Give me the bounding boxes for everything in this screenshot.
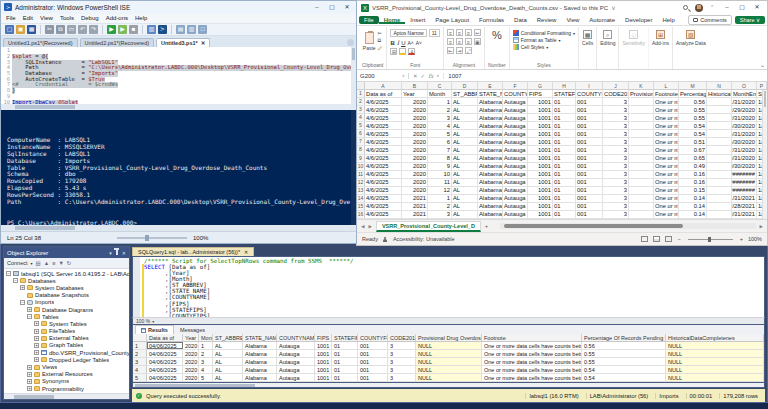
cell[interactable]: Autauga: [503, 155, 528, 162]
results-cell[interactable]: 2: [133, 350, 147, 357]
tab-overflow-icon[interactable]: [347, 39, 354, 46]
copy-icon[interactable]: ⧉: [378, 37, 383, 44]
cell[interactable]: 4/30/2020: [732, 122, 757, 129]
font-name-select[interactable]: Aptos Narrow: [390, 29, 426, 37]
ribbon-tab-page-layout[interactable]: Page Layout: [430, 16, 474, 24]
cell[interactable]: 1001: [528, 106, 553, 113]
cell[interactable]: 01: [553, 195, 576, 202]
results-cell[interactable]: Autauga: [277, 366, 315, 373]
cell[interactable]: 11: [428, 179, 452, 186]
align-middle-button[interactable]: ≡: [456, 29, 463, 36]
cell[interactable]: 3: [603, 146, 629, 153]
ribbon-tab-automate[interactable]: Automate: [584, 16, 620, 24]
script-vscrollbar[interactable]: [351, 47, 356, 104]
column-header-L[interactable]: L: [654, 82, 679, 89]
results-cell[interactable]: NULL: [666, 350, 764, 357]
menu-tools[interactable]: Tools: [60, 15, 74, 21]
row-header-15[interactable]: 15: [357, 203, 365, 210]
row-header-7[interactable]: 7: [357, 138, 365, 145]
cell[interactable]: 1001: [528, 171, 553, 178]
results-cell[interactable]: 3: [388, 374, 416, 381]
cell[interactable]: 3: [603, 203, 629, 210]
menu-help[interactable]: Help: [135, 15, 147, 21]
cell[interactable]: Autauga: [503, 122, 528, 129]
cell[interactable]: AL: [452, 195, 478, 202]
results-cell[interactable]: 001: [358, 350, 388, 357]
sheet-nav-left-icon[interactable]: ◀: [361, 224, 364, 229]
cell[interactable]: 2020: [402, 98, 428, 105]
cell[interactable]: [629, 171, 654, 178]
underline-button[interactable]: U: [401, 40, 405, 46]
sheet-nav-end-icon[interactable]: ▶: [760, 224, 763, 229]
cell[interactable]: Alabama: [478, 98, 503, 105]
results-column-header[interactable]: CODE2013: [388, 334, 416, 341]
cell[interactable]: Footnote: [654, 90, 679, 97]
ribbon-tab-view[interactable]: View: [561, 16, 584, 24]
row-header-1[interactable]: 1: [357, 90, 365, 97]
tree-node-labsql1-sql-server-16-0-4195-2[interactable]: −labsql1 (SQL Server 16.0.4195.2 - LAB\A…: [4, 270, 129, 277]
results-cell[interactable]: NULL: [666, 358, 764, 365]
cell[interactable]: COUNTYN: [503, 90, 528, 97]
cell[interactable]: 001: [576, 187, 603, 194]
fill-color-button[interactable]: ◌: [399, 48, 406, 55]
cell[interactable]: Provisiona: [629, 90, 654, 97]
cut-icon[interactable]: ✂: [378, 30, 383, 36]
cell[interactable]: 001: [576, 138, 603, 145]
cell[interactable]: 1001: [528, 155, 553, 162]
align-center-button[interactable]: ≡: [456, 38, 463, 45]
cell[interactable]: ########: [732, 171, 757, 178]
cell[interactable]: 001: [576, 203, 603, 210]
cell[interactable]: 3/31/2020: [732, 114, 757, 121]
sql-editor[interactable]: /****** Script for SelectTopNRows comman…: [132, 256, 765, 318]
results-cell[interactable]: 1: [133, 342, 147, 349]
menu-file[interactable]: File: [6, 15, 16, 21]
close-button[interactable]: ✕: [751, 3, 763, 12]
cell[interactable]: 001: [576, 114, 603, 121]
format-painter-icon[interactable]: 🖉: [378, 45, 383, 51]
cell[interactable]: 01: [553, 114, 576, 121]
cell[interactable]: ########: [732, 179, 757, 186]
results-cell[interactable]: 2020: [183, 350, 199, 357]
filter-icon[interactable]: ▼: [58, 260, 63, 266]
cell[interactable]: [629, 195, 654, 202]
cell[interactable]: [707, 130, 732, 137]
cell[interactable]: 1/31/2021: [732, 195, 757, 202]
cell[interactable]: 001: [576, 122, 603, 129]
tab-sqlquery1[interactable]: SQLQuery1.sql - lab...Administrator (56)…: [132, 247, 254, 256]
cell[interactable]: 001: [576, 211, 603, 218]
cell[interactable]: 9/30/2020: [732, 163, 757, 170]
clear-console-icon[interactable]: ▭: [67, 25, 76, 34]
cell[interactable]: [629, 138, 654, 145]
cell[interactable]: 1001: [528, 122, 553, 129]
cell[interactable]: 2020: [402, 122, 428, 129]
cell[interactable]: One or mo: [654, 114, 679, 121]
connect-button[interactable]: Connect: [7, 260, 28, 266]
column-header-M[interactable]: M: [679, 82, 707, 89]
expander-icon[interactable]: −: [13, 278, 18, 283]
cell[interactable]: Alabama: [478, 155, 503, 162]
cell[interactable]: 001: [576, 130, 603, 137]
select-all-corner[interactable]: [357, 82, 365, 89]
cell[interactable]: [707, 195, 732, 202]
results-cell[interactable]: 3: [388, 358, 416, 365]
cell[interactable]: 01: [553, 211, 576, 218]
cell[interactable]: 2020: [402, 163, 428, 170]
cell[interactable]: [707, 114, 732, 121]
results-cell[interactable]: NULL: [416, 358, 482, 365]
object-explorer-hscrollbar[interactable]: [4, 393, 129, 399]
script-pane[interactable]: 12345678910 $splat = @{ SQLInstance = "L…: [1, 47, 356, 104]
ribbon-tab-review[interactable]: Review: [532, 16, 562, 24]
ribbon-tab-data[interactable]: Data: [509, 16, 532, 24]
show-script-pane-max-icon[interactable]: □: [198, 25, 207, 34]
cell[interactable]: 6/30/2020: [732, 138, 757, 145]
autosave-chevron-icon[interactable]: ∨: [611, 4, 615, 11]
share-button[interactable]: Share ∨: [735, 16, 765, 24]
cell[interactable]: 4/6/2025: [365, 106, 402, 113]
results-column-header[interactable]: [133, 334, 147, 341]
cell[interactable]: One or mo: [654, 155, 679, 162]
cell[interactable]: 3: [428, 211, 452, 218]
cell[interactable]: Alabama: [478, 138, 503, 145]
cell[interactable]: 0.54: [679, 130, 707, 137]
cell[interactable]: Autauga: [503, 106, 528, 113]
cell[interactable]: 4/6/2025: [365, 203, 402, 210]
